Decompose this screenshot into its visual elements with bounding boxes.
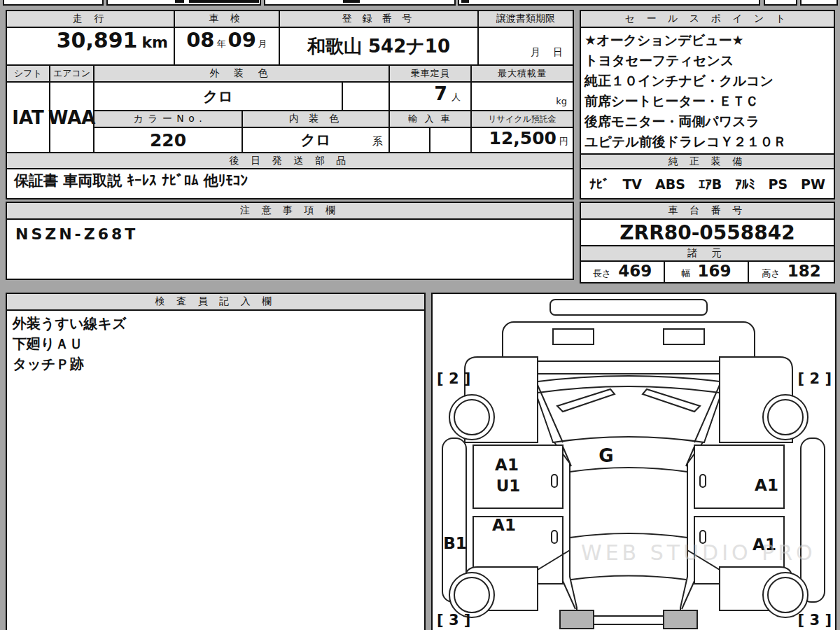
- inspection-value: 08 年 09 月: [175, 28, 280, 64]
- import-cell-2: [430, 128, 470, 152]
- grade-label-rear-right: [ 3 ]: [798, 612, 832, 629]
- top-value-row: 30,891 km 08 年 09 月 和歌山 542ナ10 月 日: [7, 28, 573, 66]
- cutoff-text-fragment: [175, 0, 184, 3]
- equipment-item: PW: [801, 176, 825, 192]
- recycle-unit: 円: [559, 135, 568, 148]
- damage-mark-right-front-door: A1: [755, 476, 778, 494]
- inspector-line: タッチＰ跡: [13, 354, 419, 374]
- registration-number: 和歌山 542ナ10: [307, 34, 450, 59]
- equipment-item: PS: [769, 176, 788, 192]
- glass-mark: G: [598, 445, 613, 466]
- color-no-value: 220: [94, 128, 243, 152]
- recycle-number: 12,500: [489, 128, 556, 148]
- rear-bumper-left: [560, 610, 594, 629]
- registration-header: 登 録 番 号: [280, 11, 479, 27]
- sales-points-panel: セ ー ル ス ポ イ ン ト ★オークションデビュー★ トヨタセーフティセンス…: [580, 10, 835, 200]
- front-bumper: [550, 300, 707, 315]
- chassis-header: 車 台 番 号: [581, 203, 834, 220]
- color-no-text: 220: [150, 130, 186, 150]
- inspection-month-unit: 月: [258, 38, 267, 50]
- sales-line: ★オークションデビュー★: [584, 30, 830, 50]
- shift-code: IAT: [12, 107, 44, 128]
- spec-block: シフト IAT エアコン WAA 外 装 色 クロ: [7, 66, 573, 153]
- sales-points-body: ★オークションデビュー★ トヨタセーフティセンス 純正１０インチナビ・クルコン …: [581, 28, 834, 153]
- spec-height: 高さ 182: [749, 262, 834, 282]
- max-load-value: kg: [472, 83, 573, 111]
- aircon-column: エアコン WAA: [50, 66, 94, 152]
- exterior-color-value: クロ: [94, 83, 343, 110]
- notes-panel: 注 意 事 項 欄 NSZN-Z68T: [6, 202, 574, 280]
- mileage-value: 30,891 km: [7, 28, 175, 64]
- color-no-header: カ ラ ー N o .: [94, 111, 243, 127]
- inspector-panel: 検 査 員 記 入 欄 外装うすい線キズ 下廻りＡＵ タッチＰ跡: [6, 293, 426, 630]
- grade-label-front-right: [ 2 ]: [798, 370, 832, 387]
- roof-front-line: [570, 468, 687, 472]
- cutoff-text-fragment: [189, 0, 259, 3]
- equipment-row: ﾅﾋﾞ TV ABS ｴｱB ｱﾙﾐ PS PW: [581, 169, 834, 198]
- capacity-column: 乗車定員 7 人 輸 入 車: [390, 66, 472, 152]
- mileage-number: 30,891: [57, 28, 138, 52]
- sales-line: 純正１０インチナビ・クルコン: [584, 71, 830, 91]
- rear-wheel-right: [763, 573, 808, 617]
- roof-rear-line: [570, 533, 687, 538]
- inspection-header: 車 検: [175, 11, 280, 27]
- later-parts-value: 保証書 車両取説 ｷｰﾚｽ ﾅﾋﾞﾛﾑ 他ﾘﾓｺﾝ: [7, 169, 573, 198]
- aircon-value: WAA: [50, 83, 93, 152]
- aircon-header: エアコン: [50, 66, 93, 83]
- inspection-year: 08: [186, 28, 214, 52]
- cutoff-cell: [106, 0, 261, 6]
- chassis-value: ZRR80-0558842: [581, 220, 834, 246]
- cutoff-cell: [458, 0, 760, 6]
- recycle-value: 12,500 円: [472, 128, 573, 152]
- equipment-item: ｱﾙﾐ: [735, 176, 755, 192]
- front-wheel-right: [763, 395, 808, 440]
- aircon-code: WAA: [48, 107, 96, 128]
- height-label: 高さ: [762, 267, 780, 280]
- transfer-day-unit: 日: [553, 46, 563, 59]
- chassis-number: ZRR80-0558842: [620, 221, 794, 244]
- cutoff-cell: [264, 0, 456, 6]
- later-parts-header: 後 日 発 送 部 品: [7, 153, 573, 169]
- exterior-color-extra: [343, 83, 388, 110]
- inspection-year-unit: 年: [217, 38, 226, 50]
- length-value: 469: [618, 262, 652, 280]
- color-subheaders: カ ラ ー N o . 内 装 色: [94, 111, 388, 128]
- auction-sheet: 走 行 車 検 登 録 番 号 譲渡書類期限 30,891 km 08 年 09…: [0, 0, 840, 630]
- inspector-line: 外装うすい線キズ: [13, 314, 419, 334]
- damage-diagram-panel: WEB STUDIO PRO: [431, 293, 836, 630]
- rear-window-line: [571, 576, 686, 580]
- transfer-deadline-header: 譲渡書類期限: [479, 11, 573, 27]
- capacity-header: 乗車定員: [390, 66, 470, 83]
- rear-wheel-left: [449, 573, 494, 617]
- equipment-item: ｴｱB: [699, 176, 722, 192]
- cutoff-cell: [3, 0, 104, 6]
- inspection-month: 09: [228, 28, 256, 52]
- max-load-unit: kg: [556, 96, 567, 106]
- transfer-month-unit: 月: [531, 46, 540, 59]
- transfer-deadline-value: 月 日: [479, 28, 573, 64]
- max-load-header: 最大積載量: [472, 66, 573, 83]
- mileage-unit: km: [141, 34, 168, 51]
- damage-mark-left-front-door-b: U1: [496, 477, 521, 495]
- vehicle-info-table: 走 行 車 検 登 録 番 号 譲渡書類期限 30,891 km 08 年 09…: [6, 10, 574, 200]
- interior-color-text: クロ: [301, 130, 331, 150]
- exterior-color-header: 外 装 色: [94, 66, 388, 83]
- length-label: 長さ: [593, 267, 611, 280]
- damage-mark-left-sill: B1: [443, 534, 467, 552]
- capacity-number: 7: [434, 83, 447, 104]
- grade-label-front-left: [ 2 ]: [437, 370, 470, 387]
- notes-header: 注 意 事 項 欄: [7, 203, 573, 220]
- equipment-item: ﾅﾋﾞ: [589, 176, 610, 192]
- capacity-value: 7 人: [390, 83, 470, 111]
- sales-points-header: セ ー ル ス ポ イ ン ト: [581, 11, 834, 28]
- damage-mark-left-slide-door: A1: [492, 516, 516, 534]
- width-label: 幅: [681, 267, 690, 280]
- specs-header: 諸 元: [581, 246, 834, 262]
- color-column: 外 装 色 クロ カ ラ ー N o . 内 装 色 220 クロ: [94, 66, 390, 152]
- grade-label-rear-left: [ 3 ]: [437, 612, 470, 629]
- interior-color-header: 内 装 色: [243, 111, 388, 127]
- hood: [503, 322, 755, 374]
- notes-body: NSZN-Z68T: [7, 220, 573, 248]
- interior-color-value: クロ 系: [243, 128, 388, 152]
- import-value: [390, 128, 470, 152]
